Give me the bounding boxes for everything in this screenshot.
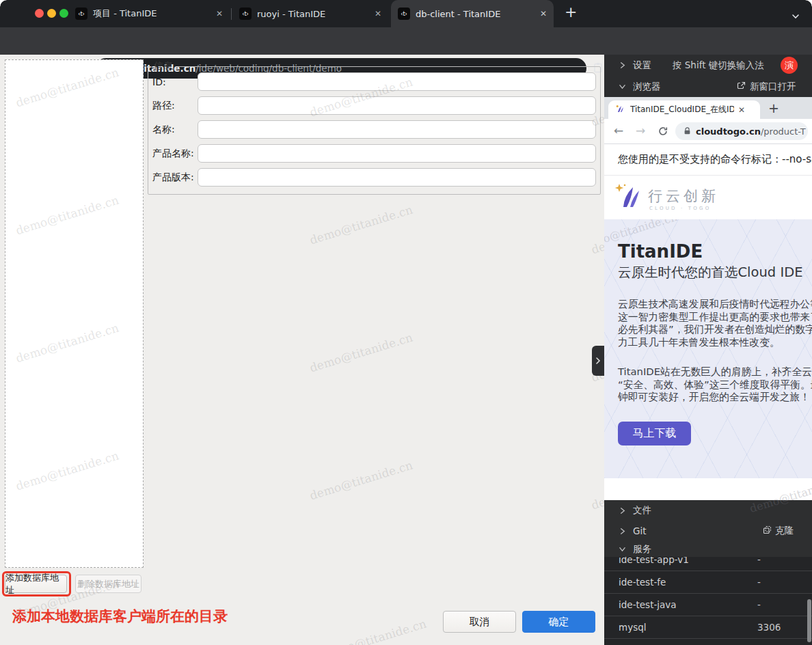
service-row[interactable]: ide-test-fe - [604, 571, 812, 594]
service-name: ide-test-app-v1 [619, 557, 689, 565]
cloudtogo-logo-icon [614, 182, 644, 212]
form-row: ID: [152, 72, 596, 91]
form-row: 名称: [152, 120, 596, 139]
brand-name: 行云创新 [648, 187, 719, 206]
inner-tab[interactable]: TitanIDE_CloudIDE_在线IDE_ ✕ [608, 100, 760, 119]
services-list: ide-test-app-v1 - ide-test-fe - ide-test… [604, 557, 812, 645]
inner-url-path: /product-T [761, 126, 806, 137]
service-name: mysql [619, 622, 647, 633]
id-input[interactable] [198, 72, 596, 91]
download-button[interactable]: 马上下载 [618, 422, 691, 445]
chevron-right-icon [619, 507, 626, 514]
lock-icon [684, 125, 691, 138]
services-label: 服务 [633, 543, 651, 555]
service-name: ide-test-fe [619, 577, 666, 588]
inner-tab-title: TitanIDE_CloudIDE_在线IDE_ [630, 104, 734, 115]
brand-header: 行云创新 CLOUD · TOGO [604, 176, 812, 219]
info-fieldset: 信息 ID: 路径: 名称: 产品名称: 产品版本: [148, 60, 601, 195]
new-tab-button[interactable]: + [565, 3, 577, 20]
watermark: demo@titanide.cn [590, 468, 604, 512]
close-icon[interactable]: ✕ [216, 9, 223, 18]
cloudtogo-favicon [615, 103, 625, 116]
inner-address-bar[interactable]: cloudtogo.cn/product-T [675, 122, 808, 140]
service-name: ide-test-java [619, 599, 677, 610]
close-icon[interactable]: ✕ [540, 9, 547, 18]
watermark: demo@titanide.cn [322, 617, 429, 645]
close-icon[interactable]: ✕ [375, 9, 381, 18]
cancel-button[interactable]: 取消 [443, 611, 516, 633]
tab-db-client[interactable]: ‹t› db-client - TitanIDE ✕ [391, 0, 554, 27]
service-row[interactable]: ide-test-java - [604, 594, 812, 616]
tab-title: db-client - TitanIDE [416, 9, 536, 19]
name-label: 名称: [152, 124, 198, 136]
watermark: demo@titanide.cn [308, 203, 415, 247]
form-row: 路径: [152, 96, 596, 115]
form-row: 产品版本: [152, 168, 596, 187]
tab-ruoyi[interactable]: ‹t› ruoyi - TitanIDE ✕ [232, 0, 388, 27]
add-database-button[interactable]: 添加数据库地址 [5, 575, 67, 593]
service-port: - [757, 557, 761, 565]
service-row[interactable]: mysql 3306 [604, 616, 812, 639]
open-in-new-icon [737, 81, 746, 92]
bottom-sections: 文件 Git 克隆 服务 ide-test-app-v1 - [604, 500, 812, 645]
inner-browser-preview: TitanIDE_CloudIDE_在线IDE_ ✕ + ← → cloudto… [604, 97, 812, 500]
form-row: 产品名称: [152, 144, 596, 163]
path-input[interactable] [198, 96, 596, 115]
chevron-down-icon [619, 83, 626, 90]
app-window: ‹t› 项目 - TitanIDE ✕ ‹t› ruoyi - TitanIDE… [0, 0, 812, 645]
id-label: ID: [152, 77, 198, 87]
hero-title: TitanIDE [618, 241, 703, 262]
expand-panel-handle[interactable] [592, 346, 604, 376]
hero-section: TitanIDE 云原生时代您的首选Cloud IDE 云原生技术高速发展和后疫… [604, 219, 812, 478]
watermark: demo@titanide.cn [308, 458, 415, 503]
brand-subtitle: CLOUD · TOGO [649, 206, 711, 211]
inner-url-host: cloudtogo.cn [696, 126, 761, 137]
browser-tab-strip: ‹t› 项目 - TitanIDE ✕ ‹t› ruoyi - TitanIDE… [0, 0, 812, 27]
path-label: 路径: [152, 100, 198, 112]
titanide-favicon: ‹t› [239, 8, 252, 20]
panel-scrollbar-thumb[interactable] [807, 599, 811, 642]
tab-title: 项目 - TitanIDE [93, 8, 212, 20]
tab-separator [231, 8, 232, 20]
tab-search-chevron-icon[interactable] [791, 10, 800, 23]
browser-section-row[interactable]: 浏览器 新窗口打开 [604, 76, 812, 97]
chevron-down-icon [619, 545, 626, 553]
watermark: demo@titanide.cn [308, 331, 415, 375]
demo-badge: 演 [781, 57, 798, 74]
annotation-text: 添加本地数据库客户端所在的目录 [12, 607, 228, 626]
ok-button[interactable]: 确定 [522, 611, 595, 633]
inner-new-tab-button[interactable]: + [768, 100, 779, 115]
open-new-window-button[interactable]: 新窗口打开 [737, 81, 796, 93]
close-icon[interactable]: ✕ [738, 105, 745, 115]
hero-paragraph-1: 云原生技术高速发展和后疫情时代远程办公等多种因素，对软件开发 这一智力密集型工作… [618, 298, 812, 349]
database-list-panel[interactable] [5, 59, 144, 568]
git-section-row[interactable]: Git 克隆 [604, 521, 812, 541]
service-row[interactable]: ide-test-app-v1 - [604, 557, 812, 571]
close-traffic-light[interactable] [35, 9, 44, 18]
product-version-label: 产品版本: [152, 171, 198, 184]
product-name-input[interactable] [198, 144, 596, 163]
back-icon[interactable]: ← [614, 125, 623, 137]
product-version-input[interactable] [198, 168, 596, 187]
titanide-favicon: ‹t› [398, 8, 410, 20]
clone-label: 克隆 [775, 525, 794, 537]
files-section-row[interactable]: 文件 [604, 500, 812, 521]
hero-paragraph-2: TitanIDE站在无数巨人的肩膀上，补齐全云端开发短板，在 “安全、高效、体验… [618, 366, 812, 404]
watermark: demo@titanide.cn [590, 212, 604, 257]
forward-icon[interactable]: → [636, 125, 645, 137]
git-clone-button[interactable]: 克隆 [763, 525, 794, 537]
reload-icon[interactable] [658, 126, 668, 138]
hero-subtitle: 云原生时代您的首选Cloud IDE [618, 263, 803, 282]
settings-section-row[interactable]: 设置 按 Shift 键切换输入法 演 [604, 55, 812, 76]
delete-database-button[interactable]: 删除数据库地址 [75, 575, 141, 593]
chevron-right-icon [619, 61, 626, 69]
zoom-traffic-light[interactable] [59, 9, 68, 18]
minimize-traffic-light[interactable] [47, 9, 56, 18]
service-port: 3306 [757, 622, 781, 633]
sandbox-warning-bar: 您使用的是不受支持的命令行标记：--no-sandbox [604, 144, 812, 176]
clone-icon [763, 525, 772, 536]
titanide-favicon: ‹t› [75, 8, 87, 20]
name-input[interactable] [198, 120, 596, 139]
tab-project[interactable]: ‹t› 项目 - TitanIDE ✕ [68, 0, 230, 27]
services-section-row[interactable]: 服务 [604, 541, 812, 557]
